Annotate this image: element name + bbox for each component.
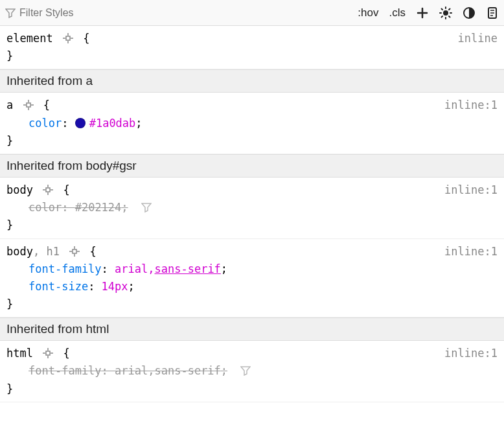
- hov-toggle[interactable]: :hov: [358, 6, 378, 19]
- inherited-header-a: Inherited from a: [0, 69, 504, 93]
- rule-element[interactable]: inline element { }: [0, 26, 504, 69]
- highlight-element-icon[interactable]: [42, 184, 54, 196]
- source-link[interactable]: inline:1: [444, 243, 498, 260]
- declaration-font-family-overridden[interactable]: font-family: arial,sans-serif;: [6, 362, 498, 380]
- svg-rect-3: [66, 36, 70, 40]
- inherited-header-body: Inherited from body#gsr: [0, 154, 504, 178]
- light-mode-icon[interactable]: [439, 6, 452, 19]
- property-value[interactable]: #1a0dab: [89, 117, 136, 130]
- declaration-font-family[interactable]: font-family: arial,sans-serif;: [6, 260, 498, 278]
- property-name[interactable]: font-size: [29, 280, 88, 293]
- inherited-header-html: Inherited from html: [0, 317, 504, 341]
- source-link[interactable]: inline: [458, 30, 498, 47]
- print-styles-icon[interactable]: [486, 6, 499, 19]
- source-link[interactable]: inline:1: [444, 181, 498, 199]
- filter-wrap: [5, 7, 358, 19]
- svg-rect-6: [73, 249, 76, 253]
- property-value[interactable]: 14px: [102, 280, 128, 293]
- property-name[interactable]: font-family: [29, 364, 102, 377]
- svg-point-0: [443, 10, 448, 16]
- declaration-color[interactable]: color: #1a0dab;: [6, 115, 498, 132]
- highlight-element-icon[interactable]: [42, 347, 54, 359]
- property-value[interactable]: arial,: [115, 262, 154, 275]
- source-link[interactable]: inline:1: [444, 97, 498, 114]
- property-value[interactable]: arial,sans-serif: [115, 364, 221, 377]
- property-name[interactable]: font-family: [29, 262, 102, 275]
- svg-rect-4: [27, 103, 30, 107]
- rule-a[interactable]: inline:1 a { color: #1a0dab; }: [0, 93, 504, 154]
- cls-toggle[interactable]: .cls: [389, 6, 406, 19]
- selector[interactable]: a: [6, 98, 13, 111]
- funnel-icon: [5, 8, 16, 18]
- highlight-element-icon[interactable]: [23, 99, 34, 111]
- property-value[interactable]: #202124: [75, 201, 122, 214]
- highlight-element-icon[interactable]: [69, 246, 80, 257]
- dark-mode-icon[interactable]: [463, 6, 475, 19]
- funnel-icon[interactable]: [141, 202, 152, 213]
- styles-toolbar: :hov .cls: [0, 0, 504, 26]
- selector[interactable]: element: [6, 32, 53, 45]
- highlight-element-icon[interactable]: [62, 32, 74, 44]
- rule-html[interactable]: inline:1 html { font-family: arial,sans-…: [0, 341, 504, 402]
- selector-unmatched[interactable]: h1: [46, 245, 59, 258]
- funnel-icon[interactable]: [240, 365, 251, 376]
- add-rule-icon[interactable]: [416, 6, 429, 19]
- rule-body[interactable]: inline:1 body { color: #202124; }: [0, 178, 504, 239]
- property-value[interactable]: sans-serif: [155, 262, 221, 275]
- rule-body-h1[interactable]: inline:1 body, h1 { font-family: arial,s…: [0, 239, 504, 318]
- property-name[interactable]: color: [29, 201, 62, 214]
- property-name[interactable]: color: [29, 117, 62, 130]
- selector[interactable]: html: [6, 347, 33, 360]
- filter-styles-input[interactable]: [19, 7, 358, 19]
- selector[interactable]: body: [6, 183, 33, 196]
- declaration-color-overridden[interactable]: color: #202124;: [6, 199, 498, 216]
- toolbar-actions: :hov .cls: [358, 6, 499, 19]
- color-swatch-icon[interactable]: [75, 118, 86, 128]
- selector[interactable]: body: [6, 245, 33, 258]
- source-link[interactable]: inline:1: [444, 345, 498, 362]
- svg-rect-7: [46, 351, 50, 355]
- svg-rect-5: [46, 188, 50, 192]
- declaration-font-size[interactable]: font-size: 14px;: [6, 278, 498, 295]
